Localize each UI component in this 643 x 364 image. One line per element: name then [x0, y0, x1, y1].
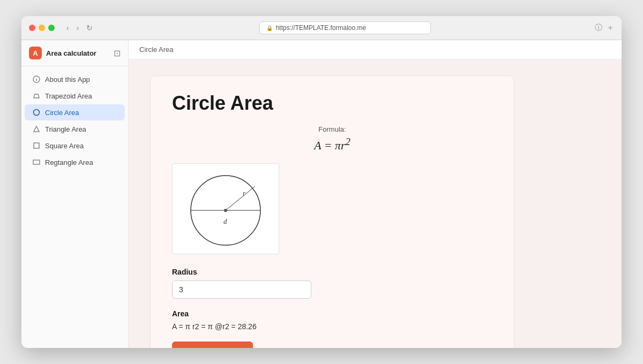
minimize-button[interactable]	[39, 25, 45, 31]
sidebar: A Area calculator ⊡ About this App	[21, 40, 129, 348]
browser-right-controls: ⓘ ＋	[595, 23, 614, 33]
sidebar-item-about[interactable]: About this App	[25, 71, 125, 87]
refresh-button[interactable]: ↻	[84, 22, 95, 33]
page-title: Circle Area	[172, 92, 492, 115]
circle-svg: r d	[177, 168, 274, 251]
svg-point-2	[36, 78, 37, 78]
content-area: Circle Area Formula: A = πr2	[129, 59, 622, 348]
circle-icon	[32, 108, 41, 117]
card: Circle Area Formula: A = πr2	[150, 75, 514, 348]
close-button[interactable]	[29, 25, 35, 31]
browser-controls: ‹ › ↻	[64, 22, 95, 33]
circle-diagram: r d	[172, 163, 279, 254]
traffic-lights	[29, 25, 55, 31]
svg-text:d: d	[223, 217, 227, 225]
app-icon: A	[29, 47, 42, 59]
sidebar-label-triangle: Triangle Area	[45, 125, 86, 133]
url-text: https://TEMPLATE.formaloo.me	[276, 24, 367, 32]
sidebar-label-about: About this App	[45, 75, 90, 84]
address-bar[interactable]: 🔒 https://TEMPLATE.formaloo.me	[259, 21, 431, 34]
sidebar-label-square: Square Area	[45, 142, 84, 150]
svg-text:r: r	[243, 189, 246, 197]
about-icon	[32, 75, 41, 84]
sidebar-item-circle[interactable]: Circle Area	[25, 104, 125, 120]
svg-marker-3	[34, 94, 39, 98]
address-bar-container: 🔒 https://TEMPLATE.formaloo.me	[100, 21, 589, 34]
formula-section: Formula: A = πr2	[172, 125, 492, 153]
svg-rect-6	[34, 143, 39, 148]
area-formula-text: A = π r2 = π @r2 = 28.26	[172, 322, 492, 331]
svg-marker-5	[34, 126, 39, 132]
formula-display: A = πr2	[172, 136, 492, 153]
svg-point-11	[224, 209, 227, 212]
formula-label: Formula:	[172, 125, 492, 133]
trapezoid-icon	[32, 92, 41, 100]
new-tab-icon[interactable]: ＋	[607, 23, 614, 33]
sidebar-item-rectangle[interactable]: Regtangle Area	[25, 154, 125, 170]
back-button[interactable]: ‹	[64, 22, 71, 33]
app-title: Area calculator	[46, 49, 96, 57]
rectangle-icon	[32, 158, 41, 166]
forward-button[interactable]: ›	[74, 22, 81, 33]
sidebar-label-trapezoid: Trapezoid Area	[45, 92, 92, 100]
sidebar-toggle-icon[interactable]: ⊡	[114, 48, 121, 58]
maximize-button[interactable]	[48, 25, 55, 31]
area-section: Area A = π r2 = π @r2 = 28.26	[172, 309, 492, 331]
info-icon[interactable]: ⓘ	[595, 23, 602, 33]
browser-window: ‹ › ↻ 🔒 https://TEMPLATE.formaloo.me ⓘ ＋…	[21, 16, 622, 348]
lock-icon: 🔒	[266, 25, 273, 31]
triangle-icon	[32, 125, 41, 133]
sidebar-item-triangle[interactable]: Triangle Area	[25, 121, 125, 137]
svg-rect-7	[33, 160, 40, 164]
browser-chrome: ‹ › ↻ 🔒 https://TEMPLATE.formaloo.me ⓘ ＋	[21, 16, 622, 40]
sidebar-header: A Area calculator ⊡	[21, 40, 128, 66]
radius-label: Radius	[172, 268, 492, 276]
svg-line-10	[226, 186, 255, 210]
svg-point-4	[34, 110, 40, 116]
area-label: Area	[172, 309, 492, 318]
breadcrumb: Circle Area	[129, 40, 622, 59]
radius-input[interactable]	[172, 280, 311, 299]
sidebar-item-trapezoid[interactable]: Trapezoid Area	[25, 88, 125, 104]
sidebar-nav: About this App Trapezoid Area	[21, 66, 128, 348]
app-layout: A Area calculator ⊡ About this App	[21, 40, 622, 348]
square-icon	[32, 141, 41, 150]
mark-learned-button[interactable]: Mark as learned!	[172, 342, 253, 348]
sidebar-label-rectangle: Regtangle Area	[45, 158, 93, 166]
sidebar-label-circle: Circle Area	[45, 109, 79, 117]
main-content: Circle Area Circle Area Formula: A = πr2	[129, 40, 622, 348]
sidebar-item-square[interactable]: Square Area	[25, 138, 125, 154]
